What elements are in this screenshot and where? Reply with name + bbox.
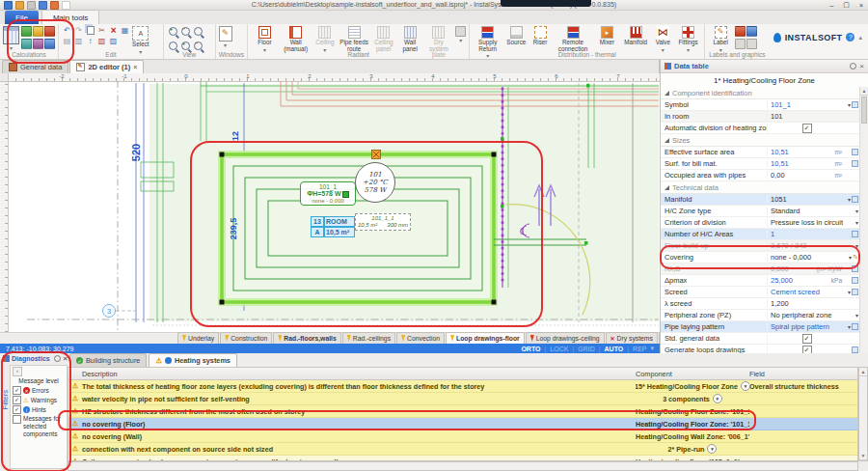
zoom-in-icon[interactable] (169, 27, 177, 36)
dropdown-icon[interactable] (855, 207, 858, 215)
layer-rad-ceilings[interactable]: Rad.-ceilings (342, 332, 395, 344)
rotate-icon[interactable] (96, 36, 107, 46)
windows-button[interactable] (219, 25, 232, 50)
rep-toggle[interactable]: REP (633, 346, 646, 352)
collapse-icon[interactable] (13, 367, 22, 376)
minimize-button[interactable] (829, 2, 833, 9)
table-graphic-icon[interactable] (735, 39, 746, 49)
tab-main-tools[interactable]: Main tools (41, 10, 99, 24)
calc-report-icon[interactable] (33, 39, 43, 49)
col-field[interactable]: Field (749, 370, 857, 378)
redo-icon[interactable] (73, 25, 84, 36)
text-icon[interactable] (746, 26, 757, 37)
filter-warnings[interactable]: Warnings (13, 396, 65, 404)
ceiling-panel-button[interactable]: Ceiling panel (371, 25, 396, 53)
dropdown-icon[interactable] (855, 218, 858, 227)
align-icon[interactable] (62, 36, 72, 46)
flip-icon[interactable] (85, 36, 95, 46)
close-button[interactable] (859, 2, 863, 9)
room-description-label[interactable]: 13ROOM A10,5 m² (311, 216, 355, 237)
link-icon[interactable] (852, 323, 858, 330)
maximize-button[interactable] (843, 1, 850, 9)
room-temperature-label[interactable]: 101 +20 °C 578 W (355, 162, 395, 203)
messages-bottom-bar[interactable] (68, 461, 858, 471)
calc-settings-icon[interactable] (33, 26, 43, 37)
messages-scrollbar[interactable] (858, 367, 868, 461)
mixer-button[interactable]: Mixer (595, 25, 618, 47)
component-dropdown-icon[interactable] (741, 381, 749, 391)
col-component[interactable]: Component (636, 370, 749, 378)
wall-panel-button[interactable]: Wall panel (398, 25, 422, 53)
message-row[interactable]: water velocity in pipe not sufficient fo… (68, 393, 857, 405)
calc-data-icon[interactable] (44, 39, 55, 49)
pin-panel-icon[interactable] (54, 355, 61, 362)
delete-icon[interactable] (108, 25, 119, 36)
auto-toggle[interactable]: AUTO (605, 346, 624, 352)
manifold-button[interactable]: Manifold (621, 25, 651, 47)
link-icon[interactable] (852, 277, 858, 284)
pipe-feeds-route-button[interactable]: Pipe feeds route (339, 25, 369, 53)
orto-toggle[interactable]: ORTO (521, 346, 540, 352)
cut-icon[interactable] (96, 25, 107, 36)
dropdown-icon[interactable] (848, 322, 851, 331)
status-menu-icon[interactable]: ▾ (650, 345, 654, 352)
remote-connection-button[interactable]: Remote connection (553, 25, 594, 53)
section-component-identification[interactable]: Component identification (661, 87, 860, 99)
link-icon[interactable] (852, 160, 858, 167)
section-sizes[interactable]: Sizes (661, 134, 860, 147)
link-icon[interactable] (852, 265, 858, 272)
drawing-canvas[interactable]: -2 -1 0 1 2 3 4 5 6 7 (0, 73, 660, 332)
shape-icon[interactable] (746, 39, 757, 49)
zoom-previous-icon[interactable] (194, 42, 203, 50)
wall-manual-button[interactable]: Wall (manual) (281, 25, 312, 53)
layer-underlay[interactable]: Underlay (177, 332, 219, 344)
message-row[interactable]: The total thickness of heating floor zon… (68, 380, 857, 393)
legend-icon[interactable] (735, 26, 746, 37)
section-technical-data[interactable]: Technical data (661, 181, 860, 194)
dropdown-icon[interactable] (855, 241, 858, 250)
link-icon[interactable] (852, 101, 858, 108)
layer-construction[interactable]: Construction (220, 332, 272, 344)
tab-general-data[interactable]: General data (2, 60, 68, 73)
calculate-button[interactable] (3, 25, 19, 53)
undo-icon[interactable] (62, 25, 72, 36)
transform-icon[interactable] (120, 25, 130, 36)
riser-button[interactable]: Riser (529, 25, 550, 47)
close-tab-icon[interactable] (133, 63, 137, 71)
tab-heating-systems[interactable]: Heating systems (149, 353, 237, 367)
grid-toggle[interactable]: GRID (578, 346, 595, 352)
dropdown-icon[interactable] (849, 253, 852, 262)
calc-results-icon[interactable] (21, 39, 32, 49)
zoom-out-icon[interactable] (181, 27, 190, 36)
zoom-selection-icon[interactable] (181, 42, 190, 50)
radiant-more-button[interactable] (455, 25, 466, 45)
link-icon[interactable] (852, 289, 858, 295)
link-icon[interactable] (852, 231, 858, 237)
copy-icon[interactable] (85, 25, 95, 36)
distribute-icon[interactable] (73, 36, 84, 46)
col-description[interactable]: Description (82, 370, 636, 378)
filter-hints[interactable]: Hints (13, 405, 65, 414)
zoom-extents-icon[interactable] (194, 27, 203, 36)
component-dropdown-icon[interactable] (713, 394, 722, 403)
dropdown-icon[interactable] (848, 100, 851, 109)
pin-panel-icon[interactable] (850, 63, 856, 69)
dropdown-icon[interactable] (848, 195, 851, 204)
message-row[interactable]: connection with next component on source… (68, 443, 857, 456)
loop-label[interactable]: 101_1_1 10,5 m²300 mm (355, 213, 411, 231)
filters-vertical-label[interactable]: Filters (1, 390, 10, 409)
checkbox[interactable] (802, 334, 812, 344)
checkbox[interactable] (802, 346, 812, 354)
help-icon[interactable]: ? (846, 33, 854, 42)
layer-convection[interactable]: Convection (396, 332, 445, 344)
filter-errors[interactable]: Errors (13, 386, 65, 395)
dropdown-icon[interactable] (848, 288, 851, 296)
lock-toggle[interactable]: LOCK (550, 346, 568, 352)
close-panel-icon[interactable] (859, 62, 864, 70)
calc-errors-icon[interactable] (44, 26, 55, 37)
layer-dry-systems[interactable]: Dry systems (606, 332, 658, 344)
zone-info-label[interactable]: 101_1 ΦH=578 W none - 0,000 (300, 181, 356, 206)
component-dropdown-icon[interactable] (707, 444, 717, 454)
link-icon[interactable] (852, 196, 858, 203)
source-button[interactable]: Source (504, 25, 528, 47)
